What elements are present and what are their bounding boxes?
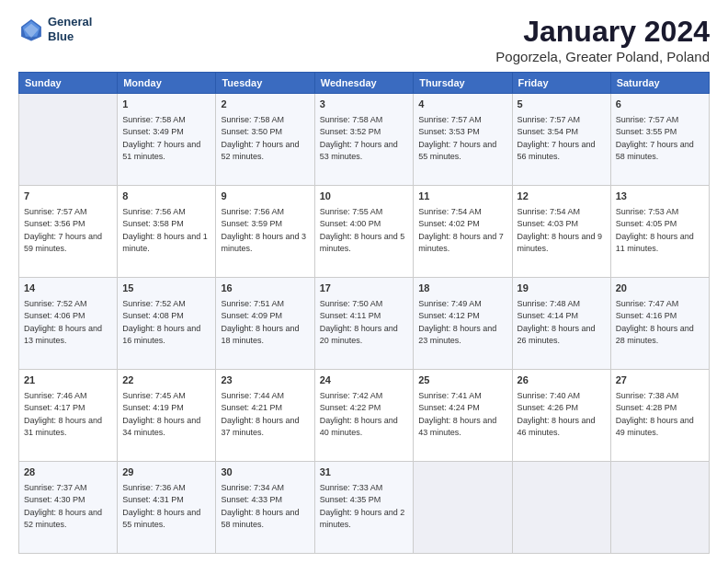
day-number: 31	[320, 465, 409, 480]
calendar-cell: 31Sunrise: 7:33 AMSunset: 4:35 PMDayligh…	[314, 462, 414, 554]
calendar-cell: 23Sunrise: 7:44 AMSunset: 4:21 PMDayligh…	[216, 370, 314, 462]
main-title: January 2024	[495, 15, 710, 49]
logo-icon	[18, 17, 44, 42]
calendar-cell: 25Sunrise: 7:41 AMSunset: 4:24 PMDayligh…	[414, 370, 512, 462]
day-number: 2	[221, 98, 309, 112]
calendar-cell	[414, 462, 512, 554]
logo-text: General Blue	[48, 15, 92, 43]
day-number: 4	[418, 98, 506, 112]
calendar-cell: 2Sunrise: 7:58 AMSunset: 3:50 PMDaylight…	[216, 94, 314, 186]
day-info: Sunrise: 7:51 AMSunset: 4:09 PMDaylight:…	[221, 298, 309, 348]
day-number: 21	[24, 373, 112, 388]
day-number: 20	[616, 282, 704, 296]
day-info: Sunrise: 7:40 AMSunset: 4:26 PMDaylight:…	[518, 390, 606, 440]
day-info: Sunrise: 7:41 AMSunset: 4:24 PMDaylight:…	[418, 390, 506, 440]
calendar-cell	[512, 462, 610, 554]
day-number: 25	[418, 373, 506, 388]
day-number: 22	[122, 373, 210, 388]
day-info: Sunrise: 7:58 AMSunset: 3:50 PMDaylight:…	[221, 114, 309, 164]
day-info: Sunrise: 7:49 AMSunset: 4:12 PMDaylight:…	[418, 298, 506, 348]
calendar-week-row: 28Sunrise: 7:37 AMSunset: 4:30 PMDayligh…	[19, 462, 710, 554]
day-number: 26	[518, 373, 606, 388]
weekday-header-monday: Monday	[118, 73, 216, 94]
day-info: Sunrise: 7:34 AMSunset: 4:33 PMDaylight:…	[221, 482, 309, 532]
day-number: 24	[320, 373, 409, 388]
calendar-cell: 29Sunrise: 7:36 AMSunset: 4:31 PMDayligh…	[118, 462, 216, 554]
day-info: Sunrise: 7:50 AMSunset: 4:11 PMDaylight:…	[320, 298, 409, 348]
day-info: Sunrise: 7:58 AMSunset: 3:49 PMDaylight:…	[122, 114, 210, 164]
day-info: Sunrise: 7:47 AMSunset: 4:16 PMDaylight:…	[616, 298, 704, 348]
day-info: Sunrise: 7:37 AMSunset: 4:30 PMDaylight:…	[24, 482, 112, 532]
calendar-week-row: 21Sunrise: 7:46 AMSunset: 4:17 PMDayligh…	[19, 370, 710, 462]
day-number: 15	[122, 282, 210, 296]
calendar-cell: 10Sunrise: 7:55 AMSunset: 4:00 PMDayligh…	[314, 186, 414, 278]
day-number: 23	[221, 373, 309, 388]
day-number: 13	[616, 190, 704, 204]
calendar-cell: 17Sunrise: 7:50 AMSunset: 4:11 PMDayligh…	[314, 278, 414, 370]
weekday-header-sunday: Sunday	[19, 73, 118, 94]
day-info: Sunrise: 7:45 AMSunset: 4:19 PMDaylight:…	[122, 390, 210, 440]
calendar-cell: 12Sunrise: 7:54 AMSunset: 4:03 PMDayligh…	[512, 186, 610, 278]
logo-line1: General	[48, 15, 92, 29]
calendar-cell: 9Sunrise: 7:56 AMSunset: 3:59 PMDaylight…	[216, 186, 314, 278]
day-number: 8	[122, 190, 210, 204]
calendar-cell: 3Sunrise: 7:58 AMSunset: 3:52 PMDaylight…	[314, 94, 414, 186]
day-info: Sunrise: 7:48 AMSunset: 4:14 PMDaylight:…	[518, 298, 606, 348]
calendar-cell: 4Sunrise: 7:57 AMSunset: 3:53 PMDaylight…	[414, 94, 512, 186]
day-number: 30	[221, 465, 309, 480]
calendar-cell: 18Sunrise: 7:49 AMSunset: 4:12 PMDayligh…	[414, 278, 512, 370]
weekday-header-wednesday: Wednesday	[314, 73, 414, 94]
calendar-cell: 26Sunrise: 7:40 AMSunset: 4:26 PMDayligh…	[512, 370, 610, 462]
day-number: 5	[518, 98, 606, 112]
calendar-cell: 8Sunrise: 7:56 AMSunset: 3:58 PMDaylight…	[118, 186, 216, 278]
calendar-cell: 13Sunrise: 7:53 AMSunset: 4:05 PMDayligh…	[610, 186, 709, 278]
weekday-header-friday: Friday	[512, 73, 610, 94]
day-info: Sunrise: 7:52 AMSunset: 4:06 PMDaylight:…	[24, 298, 112, 348]
calendar-cell: 5Sunrise: 7:57 AMSunset: 3:54 PMDaylight…	[512, 94, 610, 186]
day-info: Sunrise: 7:44 AMSunset: 4:21 PMDaylight:…	[221, 390, 309, 440]
title-block: January 2024 Pogorzela, Greater Poland, …	[495, 15, 710, 64]
calendar-cell: 28Sunrise: 7:37 AMSunset: 4:30 PMDayligh…	[19, 462, 118, 554]
calendar-cell	[19, 94, 118, 186]
weekday-header-saturday: Saturday	[610, 73, 709, 94]
weekday-header-thursday: Thursday	[414, 73, 512, 94]
day-info: Sunrise: 7:46 AMSunset: 4:17 PMDaylight:…	[24, 390, 112, 440]
page: General Blue January 2024 Pogorzela, Gre…	[0, 0, 728, 563]
calendar-week-row: 7Sunrise: 7:57 AMSunset: 3:56 PMDaylight…	[19, 186, 710, 278]
day-number: 27	[616, 373, 704, 388]
day-info: Sunrise: 7:38 AMSunset: 4:28 PMDaylight:…	[616, 390, 704, 440]
day-info: Sunrise: 7:54 AMSunset: 4:02 PMDaylight:…	[418, 206, 506, 256]
calendar-cell: 16Sunrise: 7:51 AMSunset: 4:09 PMDayligh…	[216, 278, 314, 370]
day-info: Sunrise: 7:54 AMSunset: 4:03 PMDaylight:…	[518, 206, 606, 256]
calendar-week-row: 14Sunrise: 7:52 AMSunset: 4:06 PMDayligh…	[19, 278, 710, 370]
day-info: Sunrise: 7:42 AMSunset: 4:22 PMDaylight:…	[320, 390, 409, 440]
calendar-cell: 21Sunrise: 7:46 AMSunset: 4:17 PMDayligh…	[19, 370, 118, 462]
day-info: Sunrise: 7:36 AMSunset: 4:31 PMDaylight:…	[122, 482, 210, 532]
calendar-cell: 15Sunrise: 7:52 AMSunset: 4:08 PMDayligh…	[118, 278, 216, 370]
weekday-header-tuesday: Tuesday	[216, 73, 314, 94]
day-info: Sunrise: 7:56 AMSunset: 3:58 PMDaylight:…	[122, 206, 210, 256]
day-info: Sunrise: 7:56 AMSunset: 3:59 PMDaylight:…	[221, 206, 309, 256]
calendar-cell: 7Sunrise: 7:57 AMSunset: 3:56 PMDaylight…	[19, 186, 118, 278]
calendar-cell: 20Sunrise: 7:47 AMSunset: 4:16 PMDayligh…	[610, 278, 709, 370]
day-number: 9	[221, 190, 309, 204]
day-number: 17	[320, 282, 409, 296]
header: General Blue January 2024 Pogorzela, Gre…	[18, 15, 710, 64]
day-number: 18	[418, 282, 506, 296]
calendar-cell: 19Sunrise: 7:48 AMSunset: 4:14 PMDayligh…	[512, 278, 610, 370]
day-number: 11	[418, 190, 506, 204]
day-info: Sunrise: 7:57 AMSunset: 3:55 PMDaylight:…	[616, 114, 704, 164]
day-number: 3	[320, 98, 409, 112]
day-number: 16	[221, 282, 309, 296]
day-number: 10	[320, 190, 409, 204]
calendar-cell: 22Sunrise: 7:45 AMSunset: 4:19 PMDayligh…	[118, 370, 216, 462]
day-number: 29	[122, 465, 210, 480]
day-info: Sunrise: 7:58 AMSunset: 3:52 PMDaylight:…	[320, 114, 409, 164]
logo-line2: Blue	[48, 29, 92, 44]
day-number: 28	[24, 465, 112, 480]
calendar-table: SundayMondayTuesdayWednesdayThursdayFrid…	[18, 72, 710, 554]
calendar-cell	[610, 462, 709, 554]
logo: General Blue	[18, 15, 92, 43]
day-info: Sunrise: 7:57 AMSunset: 3:56 PMDaylight:…	[24, 206, 112, 256]
day-number: 1	[122, 98, 210, 112]
